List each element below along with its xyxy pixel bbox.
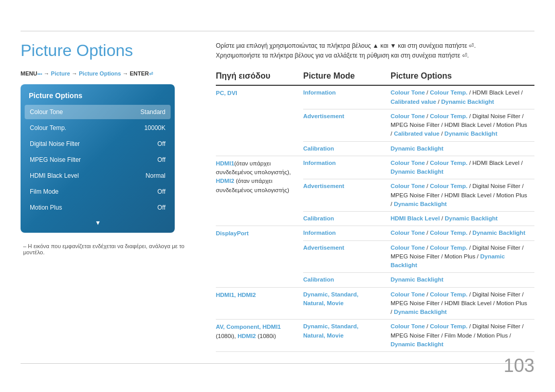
col-header-mode: Picture Mode (303, 68, 391, 85)
left-panel: Picture Options MENU▪▪▪ → Picture → Pict… (21, 41, 195, 255)
option-value: Normal (145, 172, 165, 179)
options-box-title: Picture Options (25, 88, 171, 105)
mode-cell: Advertisement (303, 179, 391, 212)
table-row: HDMI1, HDMI2 Dynamic, Standard,Natural, … (216, 287, 534, 320)
options-cell: Dynamic Backlight (391, 141, 534, 156)
option-colour-tone[interactable]: Colour Tone Standard (25, 105, 171, 119)
options-box: Picture Options Colour Tone Standard Col… (21, 84, 175, 233)
option-value: Standard (140, 108, 165, 116)
option-value: Off (157, 204, 165, 211)
options-cell: Colour Tone / Colour Temp. / Digital Noi… (391, 179, 534, 212)
option-label: MPEG Noise Filter (30, 156, 81, 163)
options-cell: Dynamic Backlight (391, 273, 534, 287)
mode-cell: Information (303, 226, 391, 240)
option-label: Colour Temp. (30, 124, 66, 132)
main-table: Πηγή εισόδου Picture Mode Picture Option… (216, 68, 534, 352)
mode-cell: Calibration (303, 141, 391, 156)
mode-cell: Advertisement (303, 240, 391, 273)
mode-cell: Calibration (303, 273, 391, 287)
options-cell: Colour Tone / Colour Temp. / HDMI Black … (391, 156, 534, 179)
source-cell: HDMI1, HDMI2 (216, 287, 303, 320)
mode-cell: Dynamic, Standard,Natural, Movie (303, 287, 391, 320)
page-title: Picture Options (21, 41, 195, 60)
option-label: Motion Plus (30, 204, 62, 211)
option-label: Film Mode (30, 188, 59, 195)
option-digital-noise[interactable]: Digital Noise Filter Off (25, 137, 171, 151)
option-label: HDMI Black Level (30, 172, 79, 179)
option-film-mode[interactable]: Film Mode Off (25, 184, 171, 199)
source-cell: HDMI1(όταν υπάρχει συνδεδεμένος υπολογισ… (216, 156, 303, 226)
option-label: Digital Noise Filter (30, 140, 80, 147)
options-cell: HDMI Black Level / Dynamic Backlight (391, 212, 534, 226)
table-row: PC, DVI Information Colour Tone / Colour… (216, 85, 534, 109)
options-cell: Colour Tone / Colour Temp. / Dynamic Bac… (391, 226, 534, 240)
menu-path: MENU▪▪▪ → Picture → Picture Options → EN… (21, 70, 195, 77)
option-motion-plus[interactable]: Motion Plus Off (25, 200, 171, 215)
down-arrow-icon: ▾ (25, 216, 171, 229)
right-panel: Ορίστε μια επιλογή χρησιμοποιώντας τα πλ… (216, 41, 534, 352)
option-colour-temp[interactable]: Colour Temp. 10000K (25, 121, 171, 135)
option-value: Off (157, 140, 165, 147)
mode-cell: Dynamic, Standard,Natural, Movie (303, 320, 391, 352)
source-cell: AV, Component, HDMI1(1080i), HDMI2 (1080… (216, 320, 303, 352)
bottom-divider (21, 363, 534, 364)
col-header-source: Πηγή εισόδου (216, 68, 303, 85)
option-value: Off (157, 188, 165, 195)
options-cell: Colour Tone / Colour Temp. / Digital Noi… (391, 109, 534, 141)
option-mpeg-noise[interactable]: MPEG Noise Filter Off (25, 153, 171, 167)
options-cell: Colour Tone / Colour Temp. / HDMI Black … (391, 85, 534, 109)
source-cell: DisplayPort (216, 226, 303, 287)
options-cell: Colour Tone / Colour Temp. / Digital Noi… (391, 320, 534, 352)
top-divider (21, 31, 534, 31)
table-row: HDMI1(όταν υπάρχει συνδεδεμένος υπολογισ… (216, 156, 534, 179)
col-header-options: Picture Options (391, 68, 534, 85)
mode-cell: Advertisement (303, 109, 391, 141)
options-cell: Colour Tone / Colour Temp. / Digital Noi… (391, 240, 534, 273)
mode-cell: Calibration (303, 212, 391, 226)
option-label: Colour Tone (30, 108, 63, 116)
page-number: 103 (504, 355, 534, 377)
table-row: AV, Component, HDMI1(1080i), HDMI2 (1080… (216, 320, 534, 352)
mode-cell: Information (303, 85, 391, 109)
source-cell: PC, DVI (216, 85, 303, 156)
option-hdmi-black[interactable]: HDMI Black Level Normal (25, 169, 171, 183)
option-value: Off (157, 156, 165, 163)
mode-cell: Information (303, 156, 391, 179)
note-text: Η εικόνα που εμφανίζεται ενδέχεται να δι… (21, 243, 195, 255)
option-value: 10000K (144, 124, 165, 132)
options-cell: Colour Tone / Colour Temp. / Digital Noi… (391, 287, 534, 320)
table-row: DisplayPort Information Colour Tone / Co… (216, 226, 534, 240)
intro-text: Ορίστε μια επιλογή χρησιμοποιώντας τα πλ… (216, 41, 534, 61)
